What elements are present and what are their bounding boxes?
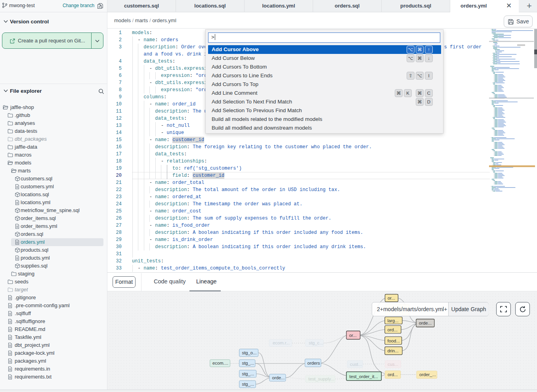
svg-text:larg...: larg...: [388, 318, 399, 323]
svg-text:stg_...: stg_...: [242, 361, 254, 365]
svg-text:cust...: cust...: [350, 362, 362, 367]
svg-text:test_order_it...: test_order_it...: [350, 374, 378, 379]
svg-text:stg_o...: stg_o...: [242, 350, 257, 355]
svg-text:stg_...: stg_...: [242, 371, 254, 376]
svg-text:ord...: ord...: [388, 327, 398, 332]
svg-text:food...: food...: [388, 338, 400, 343]
svg-text:order_...: order_...: [419, 372, 436, 377]
svg-text:or...: or...: [388, 296, 395, 300]
svg-text:ord...: ord...: [388, 372, 398, 377]
svg-text:ecom....: ecom....: [212, 361, 228, 365]
svg-text:orde...: orde...: [419, 321, 432, 325]
svg-text:cus...: cus...: [388, 362, 398, 367]
svg-text:orders: orders: [308, 361, 320, 365]
svg-text:or...: or...: [349, 333, 357, 338]
svg-text:drin...: drin...: [388, 348, 399, 353]
svg-text:ecom.r...: ecom.r...: [273, 340, 290, 345]
svg-text:test_supply...: test_supply...: [308, 377, 334, 381]
svg-text:stg_...: stg_...: [242, 382, 254, 386]
svg-text:stg_c...: stg_c...: [309, 340, 323, 345]
svg-text:orde...: orde...: [272, 375, 285, 380]
